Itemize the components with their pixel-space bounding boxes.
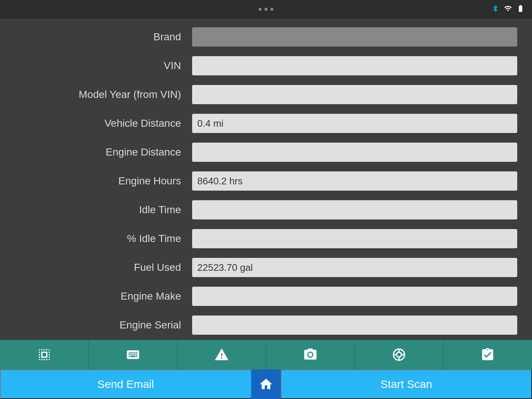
action-bar: Send Email Start Scan	[0, 369, 532, 399]
vehicle-distance-row: Vehicle Distance 0.4 mi	[15, 112, 517, 134]
camera-icon	[303, 347, 318, 362]
pct-idle-time-label: % Idle Time	[15, 233, 192, 245]
send-email-button[interactable]: Send Email	[0, 369, 251, 399]
bluetooth-icon	[491, 4, 499, 14]
nav-item-checklist[interactable]	[0, 340, 89, 369]
fuel-used-input[interactable]: 22523.70 gal	[192, 258, 517, 277]
keyboard-icon	[126, 347, 140, 362]
top-bar	[0, 0, 532, 18]
model-year-input[interactable]	[192, 85, 517, 104]
vehicle-distance-label: Vehicle Distance	[15, 117, 192, 129]
engine-make-row: Engine Make	[15, 285, 517, 307]
dot-1	[259, 8, 262, 11]
home-button[interactable]	[251, 369, 281, 399]
home-icon	[259, 377, 273, 392]
nav-item-report[interactable]	[444, 340, 532, 369]
fuel-used-row: Fuel Used 22523.70 gal	[15, 256, 517, 279]
start-scan-button[interactable]: Start Scan	[281, 369, 532, 399]
signal-icon	[504, 4, 512, 14]
engine-serial-row: Engine Serial	[15, 314, 517, 336]
status-icons	[491, 4, 525, 14]
nav-item-warning[interactable]	[177, 340, 266, 369]
pct-idle-time-row: % Idle Time	[15, 228, 517, 250]
engine-distance-input[interactable]	[192, 143, 517, 162]
idle-time-label: Idle Time	[15, 204, 192, 216]
nav-item-keyboard[interactable]	[89, 340, 177, 369]
vin-label: VIN	[15, 60, 192, 72]
main-content: Brand VIN Model Year (from VIN) Vehicle …	[0, 18, 532, 340]
nav-item-camera[interactable]	[266, 340, 355, 369]
vehicle-distance-input[interactable]: 0.4 mi	[192, 114, 517, 133]
engine-hours-row: Engine Hours 8640.2 hrs	[15, 170, 517, 192]
tire-icon	[392, 347, 406, 362]
engine-distance-row: Engine Distance	[15, 141, 517, 163]
svg-point-1	[397, 352, 402, 357]
engine-make-label: Engine Make	[15, 290, 192, 302]
fuel-used-label: Fuel Used	[15, 262, 192, 273]
vin-row: VIN	[15, 55, 517, 77]
bottom-nav	[0, 340, 532, 369]
battery-icon	[516, 4, 525, 14]
engine-hours-input[interactable]: 8640.2 hrs	[192, 171, 517, 191]
pct-idle-time-input[interactable]	[192, 229, 517, 248]
brand-label: Brand	[15, 31, 192, 43]
engine-hours-label: Engine Hours	[15, 175, 192, 187]
report-icon	[480, 347, 495, 362]
brand-row: Brand	[15, 26, 517, 48]
idle-time-row: Idle Time	[15, 199, 517, 221]
model-year-label: Model Year (from VIN)	[15, 89, 192, 100]
dot-3	[270, 8, 273, 11]
top-bar-dots	[259, 8, 273, 11]
engine-distance-label: Engine Distance	[15, 146, 192, 158]
nav-item-tire[interactable]	[355, 340, 444, 369]
engine-serial-label: Engine Serial	[15, 319, 192, 331]
model-year-row: Model Year (from VIN)	[15, 83, 517, 106]
brand-input[interactable]	[192, 27, 517, 47]
warning-icon	[214, 347, 229, 362]
engine-serial-input[interactable]	[192, 316, 517, 335]
engine-make-input[interactable]	[192, 287, 517, 306]
idle-time-input[interactable]	[192, 200, 517, 219]
checklist-icon	[37, 347, 52, 362]
dot-2	[265, 8, 267, 11]
vin-input[interactable]	[192, 56, 517, 75]
